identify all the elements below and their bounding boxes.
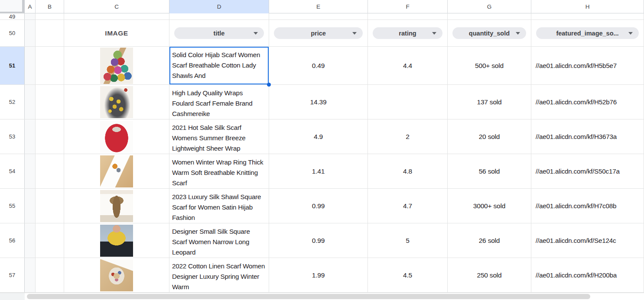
column-header-g[interactable]: G [448, 0, 531, 13]
cell-E54[interactable]: 1.41 [269, 154, 368, 188]
cell-B53[interactable] [36, 119, 64, 154]
cell-D56[interactable]: Designer Small Silk Square Scarf Women N… [169, 223, 269, 258]
select-all-corner[interactable] [0, 0, 25, 13]
cell-A51[interactable] [25, 47, 36, 84]
cell-D57[interactable]: 2022 Cotton Linen Scarf Women Designer L… [169, 258, 269, 292]
cell-B55[interactable] [36, 189, 64, 223]
field-pill-featured-image-source[interactable]: featured_image_so... [536, 27, 639, 39]
row-header-51-selected[interactable]: 51 [0, 47, 25, 84]
cell-F57[interactable]: 4.5 [368, 258, 448, 292]
cell-D54[interactable]: Women Winter Wrap Ring Thick Warm Soft B… [169, 154, 269, 188]
cell-C52[interactable] [64, 85, 169, 119]
column-header-f[interactable]: F [368, 0, 448, 13]
cell-B50[interactable] [36, 20, 64, 46]
cell-B49[interactable] [36, 13, 64, 19]
cell-B56[interactable] [36, 223, 64, 258]
cell-C53[interactable] [64, 119, 169, 154]
cell-A54[interactable] [25, 154, 36, 188]
field-pill-quantity-sold-label: quantity_sold [469, 30, 510, 37]
cell-E55[interactable]: 0.99 [269, 189, 368, 223]
cell-E57[interactable]: 1.99 [269, 258, 368, 292]
horizontal-scrollbar[interactable] [25, 293, 644, 300]
cell-D49[interactable] [169, 13, 269, 19]
cell-B52[interactable] [36, 85, 64, 119]
cell-F53[interactable]: 2 [368, 119, 448, 154]
field-pill-title[interactable]: title [174, 27, 264, 39]
cell-D53[interactable]: 2021 Hot Sale Silk Scarf Womens Summer B… [169, 119, 269, 154]
cell-E49[interactable] [269, 13, 368, 19]
column-header-h[interactable]: H [531, 0, 644, 13]
cell-D50[interactable]: title [169, 20, 269, 46]
column-header-b[interactable]: B [36, 0, 64, 13]
cell-B54[interactable] [36, 154, 64, 188]
cell-H53[interactable]: //ae01.alicdn.com/kf/H3673a [531, 119, 644, 154]
cell-H57[interactable]: //ae01.alicdn.com/kf/H200ba [531, 258, 644, 292]
row-header-56[interactable]: 56 [0, 223, 25, 258]
cell-G49[interactable] [448, 13, 531, 19]
cell-G52[interactable]: 137 sold [448, 85, 531, 119]
cell-F50[interactable]: rating [368, 20, 448, 46]
column-header-c[interactable]: C [64, 0, 169, 13]
cell-C57[interactable] [64, 258, 169, 292]
cell-D55[interactable]: 2023 Luxury Silk Shawl Square Scarf for … [169, 189, 269, 223]
cell-H55[interactable]: //ae01.alicdn.com/kf/H7c08b [531, 189, 644, 223]
cell-F54[interactable]: 4.8 [368, 154, 448, 188]
cell-E51[interactable]: 0.49 [269, 47, 368, 84]
field-pill-price[interactable]: price [274, 27, 363, 39]
cell-G53[interactable]: 20 sold [448, 119, 531, 154]
cell-B57[interactable] [36, 258, 64, 292]
cell-H54[interactable]: //ae01.alicdn.com/kf/S50c17a [531, 154, 644, 188]
cell-G50[interactable]: quantity_sold [448, 20, 531, 46]
cell-A53[interactable] [25, 119, 36, 154]
cell-H49[interactable] [531, 13, 644, 19]
cell-H56[interactable]: //ae01.alicdn.com/kf/Se124c [531, 223, 644, 258]
cell-D52[interactable]: High Lady Quality Wraps Foulard Scarf Fe… [169, 85, 269, 119]
field-pill-rating[interactable]: rating [373, 27, 442, 39]
row-header-52[interactable]: 52 [0, 85, 25, 119]
row-header-50[interactable]: 50 [0, 20, 25, 46]
cell-A50[interactable] [25, 20, 36, 46]
cell-C54[interactable] [64, 154, 169, 188]
cell-A55[interactable] [25, 189, 36, 223]
cell-G56[interactable]: 26 sold [448, 223, 531, 258]
horizontal-scrollbar-thumb[interactable] [27, 294, 590, 299]
cell-G51[interactable]: 500+ sold [448, 47, 531, 84]
cell-G57[interactable]: 250 sold [448, 258, 531, 292]
row-header-53[interactable]: 53 [0, 119, 25, 154]
row-header-57[interactable]: 57 [0, 258, 25, 292]
cell-C55[interactable] [64, 189, 169, 223]
row-header-54[interactable]: 54 [0, 154, 25, 188]
cell-D51-selected[interactable]: Solid Color Hijab Scarf Women Scarf Brea… [169, 47, 269, 84]
row-header-49[interactable]: 49 [0, 13, 25, 19]
cell-A57[interactable] [25, 258, 36, 292]
cell-H52[interactable]: //ae01.alicdn.com/kf/H52b76 [531, 85, 644, 119]
field-pill-quantity-sold[interactable]: quantity_sold [452, 27, 526, 39]
cell-H50[interactable]: featured_image_so... [531, 20, 644, 46]
column-header-d-selected[interactable]: D [169, 0, 269, 13]
cell-F55[interactable]: 4.7 [368, 189, 448, 223]
fill-handle[interactable] [267, 83, 271, 87]
cell-E56[interactable]: 0.99 [269, 223, 368, 258]
cell-A56[interactable] [25, 223, 36, 258]
column-header-e[interactable]: E [269, 0, 368, 13]
cell-H51[interactable]: //ae01.alicdn.com/kf/H5b5e7 [531, 47, 644, 84]
cell-E50[interactable]: price [269, 20, 368, 46]
cell-F52[interactable] [368, 85, 448, 119]
cell-G54[interactable]: 56 sold [448, 154, 531, 188]
cell-A49[interactable] [25, 13, 36, 19]
cell-E52[interactable]: 14.39 [269, 85, 368, 119]
cell-B51[interactable] [36, 47, 64, 84]
cell-C49[interactable] [64, 13, 169, 19]
cell-C51[interactable] [64, 47, 169, 84]
cell-F49[interactable] [368, 13, 448, 19]
cell-E53[interactable]: 4.9 [269, 119, 368, 154]
product-image-floral-print-scarf [100, 259, 133, 291]
cell-F51[interactable]: 4.4 [368, 47, 448, 84]
cell-C50-image-header[interactable]: IMAGE [64, 20, 169, 46]
row-header-55[interactable]: 55 [0, 189, 25, 223]
cell-A52[interactable] [25, 85, 36, 119]
cell-C56[interactable] [64, 223, 169, 258]
cell-F56[interactable]: 5 [368, 223, 448, 258]
cell-G55[interactable]: 3000+ sold [448, 189, 531, 223]
column-header-a[interactable]: A [25, 0, 36, 13]
